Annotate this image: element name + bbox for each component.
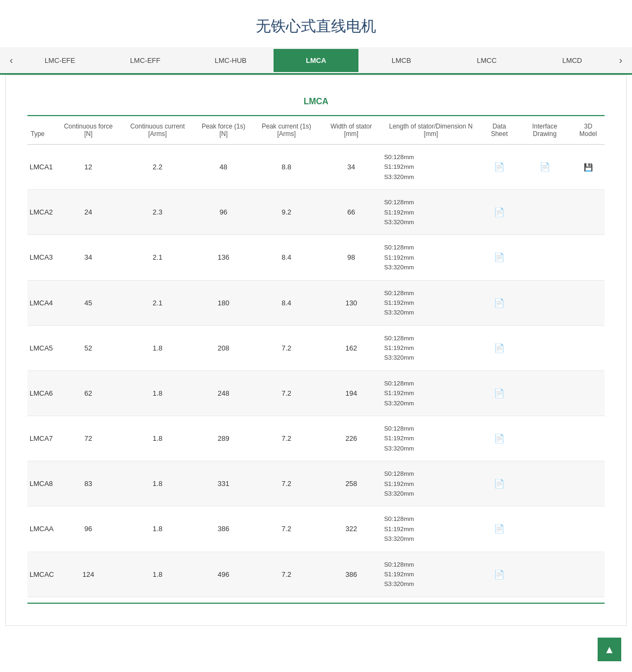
cell-3d[interactable]: [572, 280, 605, 325]
cell-drawing[interactable]: [518, 506, 571, 552]
cell-datasheet[interactable]: 📄: [481, 416, 518, 461]
tab-lmcc[interactable]: LMCC: [444, 49, 529, 72]
cell-peak-force: 331: [196, 461, 251, 506]
tab-lmcd[interactable]: LMCD: [529, 49, 615, 72]
cell-peak-current: 7.2: [252, 370, 322, 416]
cell-3d[interactable]: [572, 325, 605, 370]
cell-datasheet[interactable]: 📄: [481, 370, 518, 416]
tab-lmc-efe[interactable]: LMC-EFE: [17, 49, 103, 72]
pdf-icon[interactable]: 📄: [540, 162, 550, 172]
cell-type: LMCA6: [27, 370, 58, 416]
cell-drawing[interactable]: [518, 280, 571, 325]
cell-width: 194: [321, 370, 380, 416]
cell-cont-force: 124: [58, 552, 120, 597]
cell-drawing[interactable]: 📄: [518, 145, 571, 190]
cell-type: LMCA4: [27, 280, 58, 325]
pdf-icon[interactable]: 📄: [494, 388, 505, 398]
table-row: LMCA1 12 2.2 48 8.8 34 S0:128mmS1:192mmS…: [27, 145, 605, 190]
cell-drawing[interactable]: [518, 235, 571, 280]
cell-width: 162: [321, 325, 380, 370]
cell-3d[interactable]: [572, 552, 605, 597]
table-row: LMCAA 96 1.8 386 7.2 322 S0:128mmS1:192m…: [27, 506, 605, 552]
pdf-icon[interactable]: 📄: [494, 433, 505, 444]
cell-lengths: S0:128mmS1:192mmS3:320mm: [381, 506, 481, 552]
tab-lmca[interactable]: LMCA: [274, 49, 359, 72]
cell-drawing[interactable]: [518, 416, 571, 461]
content-area: LMCA Type Continuous force [N] Continuou…: [5, 75, 627, 626]
cell-drawing[interactable]: [518, 325, 571, 370]
cell-datasheet[interactable]: 📄: [481, 552, 518, 597]
cell-cont-current: 1.8: [119, 506, 196, 552]
cell-width: 258: [321, 461, 380, 506]
cell-cont-current: 1.8: [119, 416, 196, 461]
cell-3d[interactable]: [572, 461, 605, 506]
cell-cont-force: 72: [58, 416, 120, 461]
section-title: LMCA: [27, 97, 605, 106]
pdf-icon[interactable]: 📄: [494, 569, 505, 580]
cell-3d[interactable]: [572, 416, 605, 461]
cell-datasheet[interactable]: 📄: [481, 280, 518, 325]
tab-lmc-hub[interactable]: LMC-HUB: [188, 49, 274, 72]
cell-width: 322: [321, 506, 380, 552]
cell-type: LMCAA: [27, 506, 58, 552]
tab-prev-button[interactable]: ‹: [5, 47, 17, 73]
cell-peak-force: 180: [196, 280, 251, 325]
cell-lengths: S0:128mmS1:192mmS3:320mm: [381, 145, 481, 190]
cell-3d[interactable]: 💾: [572, 145, 605, 190]
col-width: Width of stator [mm]: [321, 116, 380, 145]
bottom-divider: [27, 603, 605, 604]
cell-lengths: S0:128mmS1:192mmS3:320mm: [381, 325, 481, 370]
pdf-icon[interactable]: 📄: [494, 252, 505, 262]
cell-cont-force: 62: [58, 370, 120, 416]
pdf-icon[interactable]: 📄: [494, 298, 505, 308]
cell-drawing[interactable]: [518, 552, 571, 597]
cell-3d[interactable]: [572, 190, 605, 235]
cell-cont-current: 2.1: [119, 235, 196, 280]
cell-cont-current: 2.1: [119, 280, 196, 325]
cell-datasheet[interactable]: 📄: [481, 190, 518, 235]
cell-cont-force: 24: [58, 190, 120, 235]
cell-width: 386: [321, 552, 380, 597]
cell-lengths: S0:128mmS1:192mmS3:320mm: [381, 370, 481, 416]
cell-3d[interactable]: [572, 506, 605, 552]
cell-datasheet[interactable]: 📄: [481, 506, 518, 552]
cell-cont-current: 2.2: [119, 145, 196, 190]
cell-drawing[interactable]: [518, 190, 571, 235]
3d-model-icon[interactable]: 💾: [584, 163, 593, 171]
table-row: LMCA2 24 2.3 96 9.2 66 S0:128mmS1:192mmS…: [27, 190, 605, 235]
cell-peak-force: 208: [196, 325, 251, 370]
cell-3d[interactable]: [572, 235, 605, 280]
cell-lengths: S0:128mmS1:192mmS3:320mm: [381, 280, 481, 325]
col-lengths: Length of stator/Dimension N [mm]: [381, 116, 481, 145]
pdf-icon[interactable]: 📄: [494, 162, 505, 172]
cell-peak-force: 136: [196, 235, 251, 280]
table-row: LMCA4 45 2.1 180 8.4 130 S0:128mmS1:192m…: [27, 280, 605, 325]
pdf-icon[interactable]: 📄: [494, 524, 505, 534]
cell-drawing[interactable]: [518, 370, 571, 416]
tab-lmc-eff[interactable]: LMC-EFF: [103, 49, 188, 72]
cell-type: LMCA2: [27, 190, 58, 235]
cell-3d[interactable]: [572, 370, 605, 416]
tab-next-button[interactable]: ›: [615, 47, 627, 73]
cell-datasheet[interactable]: 📄: [481, 325, 518, 370]
pdf-icon[interactable]: 📄: [494, 207, 505, 217]
cell-datasheet[interactable]: 📄: [481, 145, 518, 190]
pdf-icon[interactable]: 📄: [494, 478, 505, 489]
cell-drawing[interactable]: [518, 461, 571, 506]
cell-width: 98: [321, 235, 380, 280]
table-row: LMCA6 62 1.8 248 7.2 194 S0:128mmS1:192m…: [27, 370, 605, 416]
col-cont-current: Continuous current [Arms]: [119, 116, 196, 145]
cell-datasheet[interactable]: 📄: [481, 235, 518, 280]
cell-cont-current: 1.8: [119, 552, 196, 597]
table-row: LMCA3 34 2.1 136 8.4 98 S0:128mmS1:192mm…: [27, 235, 605, 280]
cell-datasheet[interactable]: 📄: [481, 461, 518, 506]
cell-width: 34: [321, 145, 380, 190]
tab-lmcb[interactable]: LMCB: [358, 49, 444, 72]
cell-peak-current: 9.2: [252, 190, 322, 235]
table-row: LMCAC 124 1.8 496 7.2 386 S0:128mmS1:192…: [27, 552, 605, 597]
cell-width: 66: [321, 190, 380, 235]
table-header-row: Type Continuous force [N] Continuous cur…: [27, 116, 605, 145]
cell-peak-current: 8.8: [252, 145, 322, 190]
pdf-icon[interactable]: 📄: [494, 343, 505, 353]
cell-lengths: S0:128mmS1:192mmS3:320mm: [381, 461, 481, 506]
